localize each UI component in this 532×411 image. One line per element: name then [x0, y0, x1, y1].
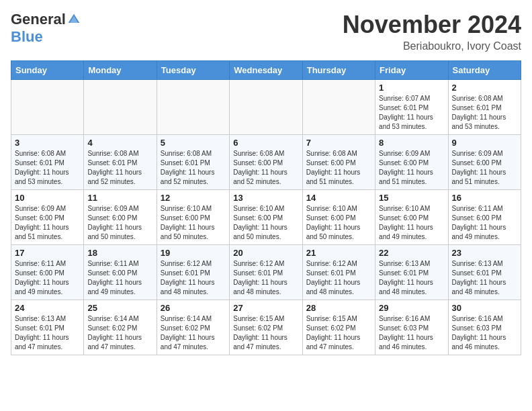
day-number: 8: [379, 138, 444, 148]
calendar-cell: 13Sunrise: 6:10 AM Sunset: 6:00 PM Dayli…: [230, 190, 302, 245]
calendar-cell: 8Sunrise: 6:09 AM Sunset: 6:00 PM Daylig…: [375, 135, 448, 190]
calendar-cell: 21Sunrise: 6:12 AM Sunset: 6:01 PM Dayli…: [302, 245, 375, 300]
day-number: 17: [15, 248, 80, 258]
day-number: 4: [87, 138, 152, 148]
month-title: November 2024: [343, 11, 521, 39]
day-number: 13: [233, 193, 298, 203]
day-info: Sunrise: 6:15 AM Sunset: 6:02 PM Dayligh…: [233, 314, 298, 352]
day-number: 28: [306, 303, 371, 313]
day-info: Sunrise: 6:14 AM Sunset: 6:02 PM Dayligh…: [161, 314, 226, 352]
calendar-cell: 15Sunrise: 6:10 AM Sunset: 6:00 PM Dayli…: [375, 190, 448, 245]
calendar-cell: [157, 80, 229, 135]
day-info: Sunrise: 6:13 AM Sunset: 6:01 PM Dayligh…: [379, 259, 444, 297]
logo-general-text: General: [11, 11, 66, 28]
day-info: Sunrise: 6:14 AM Sunset: 6:02 PM Dayligh…: [87, 314, 152, 352]
day-number: 16: [452, 193, 517, 203]
day-info: Sunrise: 6:16 AM Sunset: 6:03 PM Dayligh…: [452, 314, 517, 352]
day-info: Sunrise: 6:08 AM Sunset: 6:01 PM Dayligh…: [15, 149, 80, 187]
calendar-cell: 30Sunrise: 6:16 AM Sunset: 6:03 PM Dayli…: [448, 300, 521, 355]
day-info: Sunrise: 6:08 AM Sunset: 6:00 PM Dayligh…: [306, 149, 371, 187]
calendar-cell: 20Sunrise: 6:12 AM Sunset: 6:01 PM Dayli…: [230, 245, 302, 300]
day-number: 22: [379, 248, 444, 258]
weekday-header-sunday: Sunday: [11, 61, 84, 80]
day-info: Sunrise: 6:08 AM Sunset: 6:00 PM Dayligh…: [233, 149, 298, 187]
calendar-cell: 4Sunrise: 6:08 AM Sunset: 6:01 PM Daylig…: [84, 135, 157, 190]
day-number: 21: [306, 248, 371, 258]
calendar-week-row: 3Sunrise: 6:08 AM Sunset: 6:01 PM Daylig…: [11, 135, 521, 190]
weekday-header-saturday: Saturday: [448, 61, 521, 80]
day-info: Sunrise: 6:09 AM Sunset: 6:00 PM Dayligh…: [379, 149, 444, 187]
calendar-cell: 9Sunrise: 6:09 AM Sunset: 6:00 PM Daylig…: [448, 135, 521, 190]
day-info: Sunrise: 6:12 AM Sunset: 6:01 PM Dayligh…: [306, 259, 371, 297]
day-number: 5: [161, 138, 226, 148]
calendar-cell: 24Sunrise: 6:13 AM Sunset: 6:01 PM Dayli…: [11, 300, 84, 355]
day-number: 11: [87, 193, 152, 203]
day-info: Sunrise: 6:08 AM Sunset: 6:01 PM Dayligh…: [452, 94, 517, 132]
day-number: 30: [452, 303, 517, 313]
calendar-week-row: 1Sunrise: 6:07 AM Sunset: 6:01 PM Daylig…: [11, 80, 521, 135]
day-info: Sunrise: 6:10 AM Sunset: 6:00 PM Dayligh…: [161, 204, 226, 242]
day-number: 20: [233, 248, 298, 258]
weekday-header-row: SundayMondayTuesdayWednesdayThursdayFrid…: [11, 61, 521, 80]
calendar-cell: 6Sunrise: 6:08 AM Sunset: 6:00 PM Daylig…: [230, 135, 302, 190]
day-number: 26: [161, 303, 226, 313]
calendar-cell: 19Sunrise: 6:12 AM Sunset: 6:01 PM Dayli…: [157, 245, 229, 300]
calendar-cell: 10Sunrise: 6:09 AM Sunset: 6:00 PM Dayli…: [11, 190, 84, 245]
calendar-cell: 2Sunrise: 6:08 AM Sunset: 6:01 PM Daylig…: [448, 80, 521, 135]
title-block: November 2024 Beriaboukro, Ivory Coast: [343, 11, 521, 52]
day-info: Sunrise: 6:11 AM Sunset: 6:00 PM Dayligh…: [452, 204, 517, 242]
day-number: 18: [87, 248, 152, 258]
day-info: Sunrise: 6:16 AM Sunset: 6:03 PM Dayligh…: [379, 314, 444, 352]
logo-icon: [67, 13, 81, 26]
day-number: 15: [379, 193, 444, 203]
day-info: Sunrise: 6:08 AM Sunset: 6:01 PM Dayligh…: [161, 149, 226, 187]
day-number: 2: [452, 83, 517, 93]
day-info: Sunrise: 6:09 AM Sunset: 6:00 PM Dayligh…: [15, 204, 80, 242]
day-number: 14: [306, 193, 371, 203]
calendar-cell: 23Sunrise: 6:13 AM Sunset: 6:01 PM Dayli…: [448, 245, 521, 300]
calendar-cell: 25Sunrise: 6:14 AM Sunset: 6:02 PM Dayli…: [84, 300, 157, 355]
weekday-header-friday: Friday: [375, 61, 448, 80]
day-number: 27: [233, 303, 298, 313]
day-info: Sunrise: 6:09 AM Sunset: 6:00 PM Dayligh…: [87, 204, 152, 242]
calendar-cell: 17Sunrise: 6:11 AM Sunset: 6:00 PM Dayli…: [11, 245, 84, 300]
calendar-cell: 29Sunrise: 6:16 AM Sunset: 6:03 PM Dayli…: [375, 300, 448, 355]
location-title: Beriaboukro, Ivory Coast: [343, 40, 521, 52]
calendar-week-row: 17Sunrise: 6:11 AM Sunset: 6:00 PM Dayli…: [11, 245, 521, 300]
day-number: 19: [161, 248, 226, 258]
calendar-cell: 5Sunrise: 6:08 AM Sunset: 6:01 PM Daylig…: [157, 135, 229, 190]
day-info: Sunrise: 6:12 AM Sunset: 6:01 PM Dayligh…: [161, 259, 226, 297]
calendar-cell: 28Sunrise: 6:15 AM Sunset: 6:02 PM Dayli…: [302, 300, 375, 355]
calendar-week-row: 24Sunrise: 6:13 AM Sunset: 6:01 PM Dayli…: [11, 300, 521, 355]
day-number: 25: [87, 303, 152, 313]
day-number: 6: [233, 138, 298, 148]
day-info: Sunrise: 6:11 AM Sunset: 6:00 PM Dayligh…: [87, 259, 152, 297]
day-info: Sunrise: 6:07 AM Sunset: 6:01 PM Dayligh…: [379, 94, 444, 132]
day-info: Sunrise: 6:13 AM Sunset: 6:01 PM Dayligh…: [452, 259, 517, 297]
day-info: Sunrise: 6:10 AM Sunset: 6:00 PM Dayligh…: [379, 204, 444, 242]
calendar-cell: [84, 80, 157, 135]
calendar-cell: 22Sunrise: 6:13 AM Sunset: 6:01 PM Dayli…: [375, 245, 448, 300]
day-info: Sunrise: 6:10 AM Sunset: 6:00 PM Dayligh…: [306, 204, 371, 242]
day-number: 9: [452, 138, 517, 148]
day-number: 23: [452, 248, 517, 258]
weekday-header-wednesday: Wednesday: [230, 61, 302, 80]
day-number: 1: [379, 83, 444, 93]
calendar-table: SundayMondayTuesdayWednesdayThursdayFrid…: [11, 60, 521, 355]
day-number: 29: [379, 303, 444, 313]
day-number: 10: [15, 193, 80, 203]
calendar-cell: 11Sunrise: 6:09 AM Sunset: 6:00 PM Dayli…: [84, 190, 157, 245]
day-info: Sunrise: 6:11 AM Sunset: 6:00 PM Dayligh…: [15, 259, 80, 297]
day-info: Sunrise: 6:09 AM Sunset: 6:00 PM Dayligh…: [452, 149, 517, 187]
day-info: Sunrise: 6:08 AM Sunset: 6:01 PM Dayligh…: [87, 149, 152, 187]
calendar-cell: 27Sunrise: 6:15 AM Sunset: 6:02 PM Dayli…: [230, 300, 302, 355]
weekday-header-monday: Monday: [84, 61, 157, 80]
calendar-cell: 7Sunrise: 6:08 AM Sunset: 6:00 PM Daylig…: [302, 135, 375, 190]
day-info: Sunrise: 6:10 AM Sunset: 6:00 PM Dayligh…: [233, 204, 298, 242]
weekday-header-thursday: Thursday: [302, 61, 375, 80]
calendar-cell: [11, 80, 84, 135]
calendar-cell: 1Sunrise: 6:07 AM Sunset: 6:01 PM Daylig…: [375, 80, 448, 135]
calendar-cell: 14Sunrise: 6:10 AM Sunset: 6:00 PM Dayli…: [302, 190, 375, 245]
calendar-cell: 26Sunrise: 6:14 AM Sunset: 6:02 PM Dayli…: [157, 300, 229, 355]
day-number: 7: [306, 138, 371, 148]
